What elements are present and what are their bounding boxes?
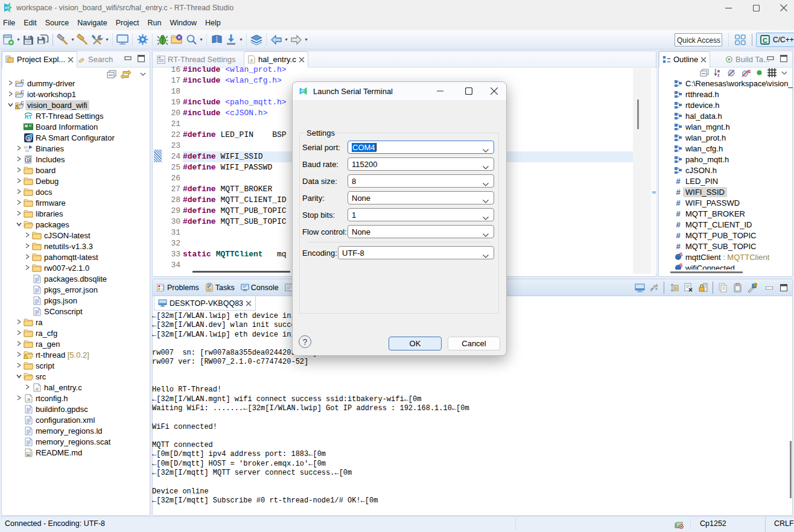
- svg-text:.h: .h: [26, 397, 30, 402]
- svg-text:RT: RT: [5, 6, 10, 10]
- svg-text:C: C: [21, 100, 24, 106]
- svg-text:C: C: [21, 78, 24, 84]
- svg-text:C: C: [763, 37, 767, 44]
- svg-text:a: a: [717, 69, 720, 73]
- svg-text:!: !: [16, 105, 17, 109]
- svg-text:.c: .c: [34, 386, 38, 391]
- svg-text:01: 01: [25, 149, 30, 153]
- svg-text:S: S: [748, 69, 751, 74]
- svg-text:RT: RT: [25, 114, 32, 120]
- svg-text:w: w: [26, 452, 30, 456]
- svg-text:.c: .c: [250, 58, 253, 62]
- svg-text:RT: RT: [300, 89, 305, 93]
- svg-text:C: C: [21, 89, 24, 95]
- svg-text:z: z: [717, 73, 720, 77]
- svg-text:h: h: [27, 157, 30, 162]
